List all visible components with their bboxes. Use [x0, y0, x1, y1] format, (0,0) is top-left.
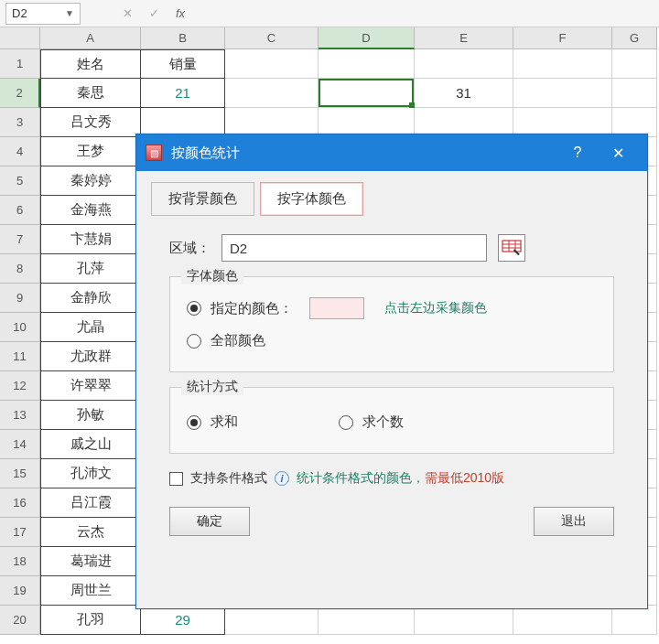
cell[interactable]: 姓名: [40, 49, 141, 79]
cell[interactable]: 戚之山: [40, 430, 141, 459]
row-header[interactable]: 5: [0, 166, 40, 196]
radio-sum-label: 求和: [211, 413, 238, 431]
cell[interactable]: [415, 49, 513, 79]
cell[interactable]: 31: [415, 79, 513, 108]
column-header[interactable]: D: [319, 27, 415, 49]
cancel-icon: ✕: [123, 6, 133, 20]
ok-button[interactable]: 确定: [169, 507, 250, 536]
cell[interactable]: 吕文秀: [40, 108, 141, 137]
cell[interactable]: 销量: [141, 49, 225, 79]
cell[interactable]: [319, 79, 415, 108]
cell[interactable]: 金海燕: [40, 196, 141, 225]
cell[interactable]: 29: [141, 606, 225, 635]
cell[interactable]: 金静欣: [40, 284, 141, 313]
fx-icon[interactable]: fx: [176, 6, 185, 20]
row-header[interactable]: 3: [0, 108, 40, 137]
row-header[interactable]: 12: [0, 371, 40, 401]
radio-sum[interactable]: [187, 415, 201, 430]
cell[interactable]: 孔羽: [40, 606, 141, 635]
select-all-corner[interactable]: [0, 27, 40, 49]
cell[interactable]: 卞慧娟: [40, 225, 141, 254]
stat-fieldset: 统计方式 求和 求个数: [169, 387, 614, 454]
table-row: 20孔羽29: [0, 606, 659, 635]
table-row: 1姓名销量: [0, 49, 659, 79]
cell[interactable]: 21: [141, 79, 225, 108]
row-header[interactable]: 20: [0, 606, 40, 635]
cell[interactable]: [319, 606, 415, 635]
row-header[interactable]: 1: [0, 49, 40, 79]
column-header[interactable]: E: [415, 27, 513, 49]
cell[interactable]: [612, 79, 657, 108]
cell[interactable]: [612, 606, 657, 635]
range-picker-button[interactable]: [498, 234, 525, 262]
cell[interactable]: [513, 606, 612, 635]
color-swatch[interactable]: [309, 297, 364, 319]
radio-specified-color[interactable]: [187, 301, 201, 316]
row-header[interactable]: 7: [0, 225, 40, 254]
row-header[interactable]: 8: [0, 254, 40, 284]
radio-all-colors[interactable]: [187, 334, 201, 349]
row-header[interactable]: 14: [0, 430, 40, 459]
cell[interactable]: 葛瑞进: [40, 547, 141, 576]
tab-bgcolor[interactable]: 按背景颜色: [151, 182, 254, 216]
cell[interactable]: [513, 79, 612, 108]
row-header[interactable]: 19: [0, 576, 40, 606]
cell[interactable]: 许翠翠: [40, 371, 141, 401]
cell[interactable]: 吕江霞: [40, 488, 141, 518]
cell[interactable]: 秦婷婷: [40, 166, 141, 196]
name-box[interactable]: D2 ▼: [5, 3, 81, 25]
column-header[interactable]: F: [513, 27, 612, 49]
pick-hint: 点击左边采集颜色: [384, 300, 487, 317]
dialog-titlebar[interactable]: ▧ 按颜色统计 ? ✕: [136, 134, 647, 171]
cf-info: 统计条件格式的颜色，需最低2010版: [297, 470, 504, 487]
range-value: D2: [230, 241, 247, 256]
cell[interactable]: 云杰: [40, 518, 141, 547]
row-header[interactable]: 13: [0, 401, 40, 430]
enter-icon: ✓: [149, 6, 159, 20]
column-header[interactable]: B: [141, 27, 225, 49]
cell[interactable]: [415, 606, 513, 635]
row-header[interactable]: 11: [0, 342, 40, 371]
cell[interactable]: [225, 606, 319, 635]
row-header[interactable]: 4: [0, 137, 40, 166]
row-header[interactable]: 10: [0, 313, 40, 342]
cell[interactable]: [612, 49, 657, 79]
row-header[interactable]: 15: [0, 459, 40, 488]
column-header[interactable]: A: [40, 27, 141, 49]
checkbox-conditional-format[interactable]: [169, 472, 183, 486]
radio-count[interactable]: [339, 415, 353, 430]
row-header[interactable]: 17: [0, 518, 40, 547]
cell[interactable]: 尤晶: [40, 313, 141, 342]
cell[interactable]: [225, 49, 319, 79]
cell[interactable]: 秦思: [40, 79, 141, 108]
app-icon: ▧: [146, 145, 162, 161]
radio-all-label: 全部颜色: [211, 332, 265, 349]
row-header[interactable]: 18: [0, 547, 40, 576]
cell[interactable]: 周世兰: [40, 576, 141, 606]
color-stats-dialog: ▧ 按颜色统计 ? ✕ 按背景颜色 按字体颜色 区域： D2: [135, 134, 648, 609]
row-header[interactable]: 6: [0, 196, 40, 225]
cell[interactable]: 孙敏: [40, 401, 141, 430]
range-input[interactable]: D2: [221, 234, 487, 262]
cell[interactable]: [319, 49, 415, 79]
cell[interactable]: 孔沛文: [40, 459, 141, 488]
chevron-down-icon: ▼: [65, 8, 74, 18]
table-row: 2秦思2131: [0, 79, 659, 108]
row-header[interactable]: 9: [0, 284, 40, 313]
column-header[interactable]: C: [225, 27, 319, 49]
cell[interactable]: 王梦: [40, 137, 141, 166]
tab-fontcolor[interactable]: 按字体颜色: [260, 182, 363, 216]
close-button[interactable]: ✕: [598, 134, 638, 171]
cell[interactable]: 尤政群: [40, 342, 141, 371]
checkbox-cf-label: 支持条件格式: [190, 470, 267, 487]
row-header[interactable]: 16: [0, 488, 40, 518]
row-header[interactable]: 2: [0, 79, 40, 108]
exit-button[interactable]: 退出: [534, 507, 614, 536]
fontcolor-legend: 字体颜色: [181, 268, 243, 284]
help-button[interactable]: ?: [557, 134, 598, 171]
cell[interactable]: [513, 49, 612, 79]
cell[interactable]: 孔萍: [40, 254, 141, 284]
info-icon: i: [275, 471, 289, 486]
cell[interactable]: [225, 79, 319, 108]
column-header[interactable]: G: [612, 27, 657, 49]
